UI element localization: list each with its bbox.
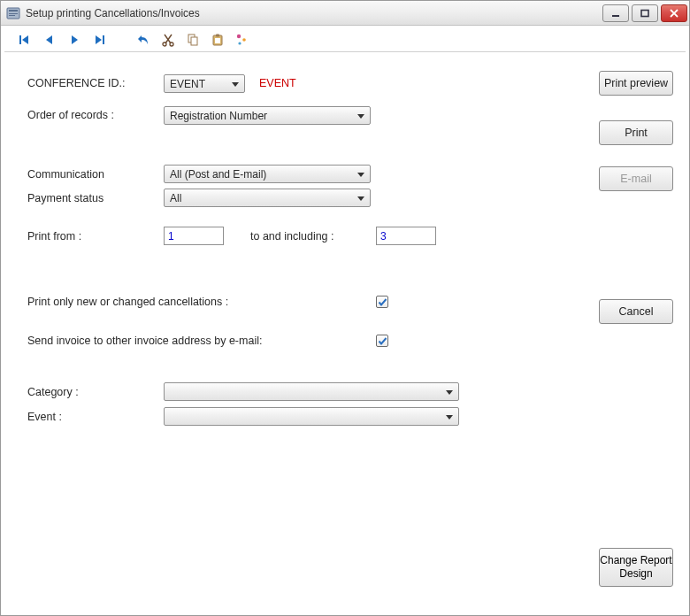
conference-id-select[interactable]: EVENT [164,74,245,93]
svg-point-8 [163,42,166,46]
svg-rect-4 [612,15,619,17]
only-new-checkbox[interactable] [376,296,388,308]
maximize-button[interactable] [632,4,658,22]
svg-point-16 [242,38,246,42]
window-title: Setup printing Cancellations/Invoices [26,7,602,19]
nav-first-icon[interactable] [17,32,33,48]
communication-value: All (Post and E-mail) [170,168,266,181]
only-new-label: Print only new or changed cancellations … [27,296,228,308]
conference-id-value: EVENT [170,78,205,90]
payment-status-value: All [170,192,181,204]
nav-next-icon[interactable] [66,32,82,48]
order-of-records-label: Order of records : [27,109,114,121]
close-button[interactable] [661,4,687,22]
conference-id-side-label: EVENT [259,77,296,89]
category-label: Category : [27,386,79,398]
order-of-records-select[interactable]: Registration Number [164,106,371,125]
svg-point-9 [170,42,173,46]
svg-rect-5 [641,10,648,16]
svg-rect-14 [215,38,220,43]
window-buttons [602,4,687,22]
to-including-label: to and including : [250,230,334,243]
category-select[interactable] [164,382,459,401]
sort-icon[interactable] [234,32,250,48]
email-button[interactable]: E-mail [599,166,673,191]
event-label: Event : [27,411,62,423]
app-icon [6,6,20,20]
order-of-records-value: Registration Number [170,110,267,122]
svg-rect-7 [103,35,104,44]
to-including-input[interactable] [376,227,436,245]
titlebar: Setup printing Cancellations/Invoices [1,1,689,26]
nav-last-icon[interactable] [91,32,107,48]
conference-id-label: CONFERENCE ID.: [27,77,125,89]
send-invoice-label: Send invoice to other invoice address by… [27,335,262,347]
svg-rect-13 [216,34,219,36]
svg-rect-3 [9,15,15,16]
cut-icon[interactable] [160,32,176,48]
svg-rect-11 [191,37,197,45]
minimize-button[interactable] [602,4,629,22]
print-from-label: Print from : [27,230,81,243]
communication-label: Communication [27,168,104,181]
print-button[interactable]: Print [599,120,673,145]
content-area: Print preview Print E-mail Cancel Change… [4,54,686,612]
svg-point-17 [238,42,241,44]
toolbar [4,27,686,52]
cancel-button[interactable]: Cancel [599,299,673,324]
communication-select[interactable]: All (Post and E-mail) [164,165,371,183]
event-select[interactable] [164,407,459,426]
svg-rect-2 [9,13,18,14]
payment-status-label: Payment status [27,192,104,204]
copy-icon[interactable] [185,32,201,48]
svg-rect-1 [9,10,18,12]
change-report-design-button[interactable]: Change Report Design [599,548,673,587]
print-from-input[interactable] [164,227,224,245]
paste-icon[interactable] [210,32,226,48]
svg-point-15 [237,34,241,37]
undo-icon[interactable] [135,32,151,48]
send-invoice-checkbox[interactable] [376,335,388,347]
payment-status-select[interactable]: All [164,189,371,207]
svg-rect-6 [19,35,21,44]
nav-prev-icon[interactable] [42,32,58,48]
print-preview-button[interactable]: Print preview [599,71,673,96]
